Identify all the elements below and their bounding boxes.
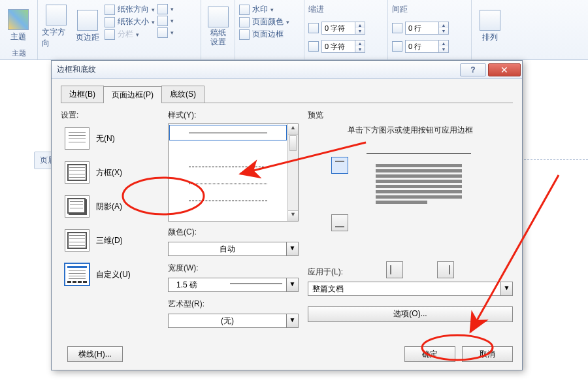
width-value: 1.5 磅 (172, 278, 225, 292)
spacing-after-spinner[interactable]: ▲▼ (405, 40, 449, 53)
chevron-down-icon: ▾ (152, 7, 155, 13)
setting-none-icon (65, 127, 90, 150)
preview-left-border-button[interactable] (386, 261, 403, 278)
style-option-blank[interactable] (169, 141, 287, 158)
spin-up[interactable]: ▲ (439, 41, 448, 46)
spin-down[interactable]: ▼ (355, 28, 365, 34)
draft-setup-button[interactable]: 稿纸 设置 (205, 1, 231, 49)
art-label: 艺术型(R): (168, 299, 299, 310)
indent-left-spinner[interactable]: ▲▼ (321, 22, 365, 35)
setting-box[interactable]: 方框(X) (65, 161, 159, 184)
watermark-label: 水印 (252, 4, 268, 15)
margins-icon (77, 10, 98, 31)
combo-button[interactable]: ▼ (500, 282, 512, 295)
horizontal-line-button[interactable]: 横线(H)... (67, 346, 123, 362)
text-direction-button[interactable]: 文字方向 (42, 1, 71, 49)
tab-page-border[interactable]: 页面边框(P) (103, 86, 162, 103)
scroll-thumb[interactable] (289, 135, 297, 151)
page-color-icon (239, 17, 250, 27)
setting-3d[interactable]: 三维(D) (65, 229, 159, 252)
preview-page[interactable] (367, 153, 471, 238)
spin-down[interactable]: ▼ (439, 46, 448, 52)
spin-down[interactable]: ▼ (439, 28, 448, 34)
width-label: 宽度(W): (168, 263, 299, 274)
setting-none[interactable]: 无(N) (65, 127, 159, 150)
apply-label: 应用于(L): (308, 267, 513, 278)
indent-heading: 缩进 (308, 4, 384, 15)
breaks-icon (157, 4, 168, 14)
group-label-bg (239, 49, 300, 59)
text-direction-icon (46, 5, 67, 25)
cancel-button[interactable]: 取消 (462, 346, 513, 362)
style-label: 样式(Y): (168, 110, 299, 121)
columns-button[interactable]: 分栏▾ (105, 29, 155, 40)
columns-icon (105, 29, 115, 40)
spacing-before-icon (392, 23, 402, 33)
combo-button[interactable]: ▼ (286, 242, 298, 255)
dialog-tabs: 边框(B) 页面边框(P) 底纹(S) (61, 86, 513, 103)
hyphenation-icon (157, 27, 168, 38)
line-numbers-button[interactable]: ▾ (157, 16, 174, 26)
page-color-button[interactable]: 页面颜色▾ (239, 16, 289, 27)
group-label-arrange (476, 49, 506, 59)
spin-up[interactable]: ▲ (439, 22, 448, 28)
spacing-after-input[interactable] (406, 42, 438, 50)
width-combo[interactable]: 1.5 磅▼ (168, 278, 299, 292)
preview-hint: 单击下方图示或使用按钮可应用边框 (327, 125, 493, 136)
spacing-before-input[interactable] (406, 24, 438, 32)
breaks-button[interactable]: ▾ (157, 4, 174, 14)
indent-left-input[interactable] (322, 24, 355, 32)
setting-custom[interactable]: 自定义(U) (65, 263, 159, 286)
text-direction-label: 文字方向 (42, 27, 71, 49)
page-size-button[interactable]: 纸张大小▾ (105, 16, 155, 27)
preview-bottom-border-button[interactable] (331, 214, 348, 231)
indent-right-input[interactable] (322, 42, 355, 50)
spin-up[interactable]: ▲ (355, 22, 365, 28)
orientation-icon (105, 5, 115, 15)
style-option-dotted[interactable] (169, 175, 287, 192)
spin-down[interactable]: ▼ (355, 46, 365, 52)
right-border-icon (441, 265, 450, 274)
margins-button[interactable]: 页边距 (73, 1, 102, 49)
draft-icon (208, 7, 229, 27)
style-listbox[interactable]: ▲▼ (168, 123, 299, 221)
hyphenation-button[interactable]: ▾ (157, 27, 174, 38)
spacing-after-icon (392, 41, 402, 52)
chevron-down-icon: ▾ (270, 7, 274, 13)
ok-button[interactable]: 确定 (404, 346, 455, 362)
tab-border[interactable]: 边框(B) (61, 86, 104, 103)
scroll-down[interactable]: ▼ (288, 210, 298, 221)
style-option-dashdot[interactable] (169, 192, 287, 209)
spacing-before-spinner[interactable]: ▲▼ (405, 22, 449, 35)
style-option-dashed[interactable] (169, 158, 287, 175)
close-button[interactable]: ✕ (488, 63, 521, 76)
color-combo[interactable]: 自动▼ (168, 242, 299, 256)
preview-right-border-button[interactable] (437, 261, 454, 278)
combo-button[interactable]: ▼ (286, 314, 298, 327)
options-button[interactable]: 选项(O)... (308, 306, 513, 322)
spin-up[interactable]: ▲ (355, 41, 365, 46)
page-border-button[interactable]: 页面边框 (239, 29, 289, 40)
indent-right-spinner[interactable]: ▲▼ (321, 40, 365, 53)
combo-button[interactable]: ▼ (286, 278, 298, 291)
arrange-button[interactable]: 排列 (476, 1, 504, 49)
setting-none-label: 无(N) (96, 133, 115, 144)
arrange-icon (480, 10, 500, 31)
style-scrollbar[interactable]: ▲▼ (287, 124, 298, 221)
scroll-up[interactable]: ▲ (288, 124, 298, 135)
help-button[interactable]: ? (460, 63, 486, 76)
arrange-label: 排列 (482, 32, 498, 43)
preview-top-border-button[interactable] (331, 157, 348, 174)
apply-to-combo[interactable]: 整篇文档▼ (308, 282, 513, 296)
setting-box-label: 方框(X) (96, 167, 122, 178)
preview-label: 预览 (308, 110, 513, 121)
art-combo[interactable]: (无)▼ (168, 314, 299, 328)
watermark-button[interactable]: 水印▾ (239, 4, 289, 15)
setting-shadow[interactable]: 阴影(A) (65, 195, 159, 218)
tab-shading[interactable]: 底纹(S) (161, 86, 204, 103)
style-option-solid[interactable] (169, 124, 287, 141)
themes-button[interactable]: 主题 (4, 1, 33, 47)
dialog-titlebar[interactable]: 边框和底纹 ? ✕ (52, 61, 522, 79)
orientation-button[interactable]: 纸张方向▾ (105, 4, 155, 15)
setting-3d-icon (65, 229, 90, 252)
